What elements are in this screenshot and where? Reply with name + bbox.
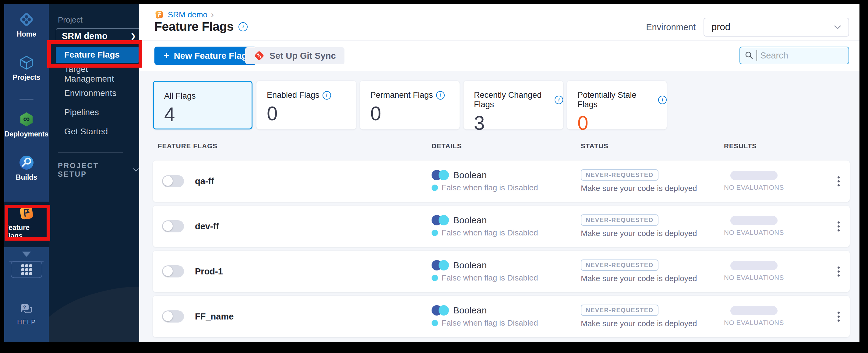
- row-menu-button[interactable]: [835, 173, 843, 189]
- sidebar-item-label: Deployments: [5, 130, 49, 138]
- summary-card[interactable]: Potentially Stale Flags i 0: [567, 81, 667, 129]
- flags-content: All Flags i 4 Enabled Flags i 0 Permanen…: [139, 71, 860, 342]
- variation-dot-icon: [432, 275, 438, 281]
- row-menu-button[interactable]: [835, 218, 843, 234]
- text-cursor: [756, 50, 757, 61]
- status-badge: NEVER-REQUESTED: [581, 304, 658, 316]
- sidebar-item-label: Home: [17, 30, 36, 38]
- flag-table-row[interactable]: dev-ff Boolean False when flag is Disabl…: [153, 205, 850, 247]
- sidebar-item-home[interactable]: Home: [4, 4, 49, 38]
- flag-toggle[interactable]: [162, 310, 184, 323]
- chevron-down-icon: [133, 168, 139, 172]
- variation-dot-icon: [432, 230, 438, 236]
- evaluations-bar: [730, 171, 778, 180]
- default-rule: False when flag is Disabled: [442, 183, 538, 192]
- row-menu-button[interactable]: [835, 263, 843, 280]
- environment-value: prod: [711, 22, 730, 33]
- project-selector[interactable]: SRM demo ❯: [56, 28, 139, 43]
- sidebar-item-builds[interactable]: Builds: [4, 155, 49, 182]
- card-label: Enabled Flags: [267, 91, 319, 100]
- summary-card[interactable]: Permanent Flags i 0: [360, 81, 460, 129]
- project-nav-item-get-started[interactable]: Get Started: [56, 124, 138, 139]
- git-sync-label: Set Up Git Sync: [270, 51, 336, 61]
- card-value: 0: [267, 102, 356, 125]
- flag-table-row[interactable]: Prod-1 Boolean False when flag is Disabl…: [153, 251, 850, 292]
- default-rule: False when flag is Disabled: [442, 273, 538, 283]
- svg-text:?: ?: [23, 305, 26, 310]
- orange-flag-icon: [154, 10, 164, 20]
- column-header-feature-flags: FEATURE FLAGS: [153, 142, 432, 150]
- page-title-row: Feature Flags i: [154, 20, 248, 34]
- new-feature-flag-label: New Feature Flag: [174, 51, 247, 61]
- variation-dot-icon: [432, 320, 438, 326]
- results-label: NO EVALUATIONS: [724, 184, 784, 192]
- chat-question-icon: ?: [20, 303, 33, 316]
- card-label: Permanent Flags: [370, 91, 433, 100]
- project-nav-item-pipelines[interactable]: Pipelines: [56, 104, 138, 120]
- toolbar: + New Feature Flag Set Up Git Sync: [139, 40, 860, 71]
- card-value: 0: [578, 112, 667, 134]
- flags-table-body: qa-ff Boolean False when flag is Disable…: [153, 161, 850, 337]
- info-icon[interactable]: i: [322, 91, 331, 100]
- status-badge: NEVER-REQUESTED: [581, 259, 658, 271]
- flag-type: Boolean: [453, 305, 487, 316]
- summary-card[interactable]: Recently Changed Flags i 3: [464, 81, 563, 129]
- boolean-type-icon: [432, 215, 449, 225]
- flag-toggle[interactable]: [162, 175, 184, 187]
- column-header-details: DETAILS: [432, 142, 581, 150]
- flag-toggle[interactable]: [162, 220, 184, 232]
- flag-table-row[interactable]: FF_name Boolean False when flag is Disab…: [153, 296, 850, 337]
- harness-app-window: Home Projects: [4, 4, 860, 342]
- project-selector-value: SRM demo: [62, 31, 107, 41]
- project-nav-list: Feature FlagsTarget ManagementEnvironmen…: [49, 47, 139, 139]
- main-content: SRM demo › Feature Flags i Environment p…: [139, 4, 860, 342]
- module-sidebar: Home Projects: [4, 4, 49, 342]
- breadcrumb[interactable]: SRM demo ›: [154, 10, 214, 20]
- chevron-right-icon: ›: [211, 10, 214, 20]
- sidebar-item-deployments[interactable]: ∞ Deployments: [4, 111, 49, 138]
- breadcrumb-project-link[interactable]: SRM demo: [168, 10, 208, 20]
- card-value: 3: [474, 112, 563, 134]
- summary-card[interactable]: All Flags i 4: [153, 81, 252, 129]
- row-menu-button[interactable]: [835, 309, 843, 325]
- flag-table-row[interactable]: qa-ff Boolean False when flag is Disable…: [153, 161, 850, 202]
- project-nav-item-target-management[interactable]: Target Management: [56, 66, 138, 82]
- help-button[interactable]: ? HELP: [17, 303, 36, 326]
- default-rule: False when flag is Disabled: [442, 228, 538, 237]
- sidebar-item-label: Builds: [16, 173, 37, 182]
- sidebar-item-feature-flags[interactable]: Feature Flags: [4, 205, 49, 240]
- card-label: Potentially Stale Flags: [578, 91, 655, 109]
- search-box[interactable]: [740, 46, 849, 64]
- git-sync-button[interactable]: Set Up Git Sync: [245, 47, 344, 64]
- flag-name: dev-ff: [195, 221, 219, 231]
- flag-type: Boolean: [453, 215, 487, 225]
- info-icon[interactable]: i: [658, 96, 667, 104]
- results-label: NO EVALUATIONS: [724, 229, 784, 237]
- boolean-type-icon: [432, 170, 449, 180]
- status-note: Make sure your code is deployed: [581, 184, 697, 193]
- apps-grid-button[interactable]: [11, 261, 42, 278]
- sidebar-item-projects[interactable]: Projects: [4, 55, 49, 82]
- status-note: Make sure your code is deployed: [581, 229, 697, 238]
- variation-dot-icon: [432, 185, 438, 191]
- info-icon[interactable]: i: [239, 22, 248, 31]
- page-header: SRM demo › Feature Flags i Environment p…: [139, 4, 860, 40]
- chevron-down-icon: [834, 25, 841, 30]
- card-label: Recently Changed Flags: [474, 91, 552, 109]
- summary-card[interactable]: Enabled Flags i 0: [256, 81, 356, 129]
- info-icon[interactable]: i: [555, 96, 563, 104]
- project-nav-item-environments[interactable]: Environments: [56, 85, 138, 101]
- summary-cards: All Flags i 4 Enabled Flags i 0 Permanen…: [153, 81, 850, 129]
- results-label: NO EVALUATIONS: [724, 274, 784, 282]
- info-icon[interactable]: i: [436, 91, 445, 100]
- project-setup-toggle[interactable]: PROJECT SETUP: [58, 161, 139, 179]
- new-feature-flag-button[interactable]: + New Feature Flag: [154, 46, 256, 65]
- flag-toggle[interactable]: [162, 265, 184, 278]
- help-label: HELP: [17, 318, 36, 326]
- project-sidebar: Project SRM demo ❯ Feature FlagsTarget M…: [49, 4, 139, 342]
- environment-select[interactable]: prod: [704, 18, 849, 37]
- triangle-down-icon[interactable]: [22, 252, 31, 257]
- search-input[interactable]: [760, 50, 844, 61]
- card-label: All Flags: [164, 91, 196, 101]
- project-nav-item-feature-flags[interactable]: Feature Flags: [56, 47, 138, 63]
